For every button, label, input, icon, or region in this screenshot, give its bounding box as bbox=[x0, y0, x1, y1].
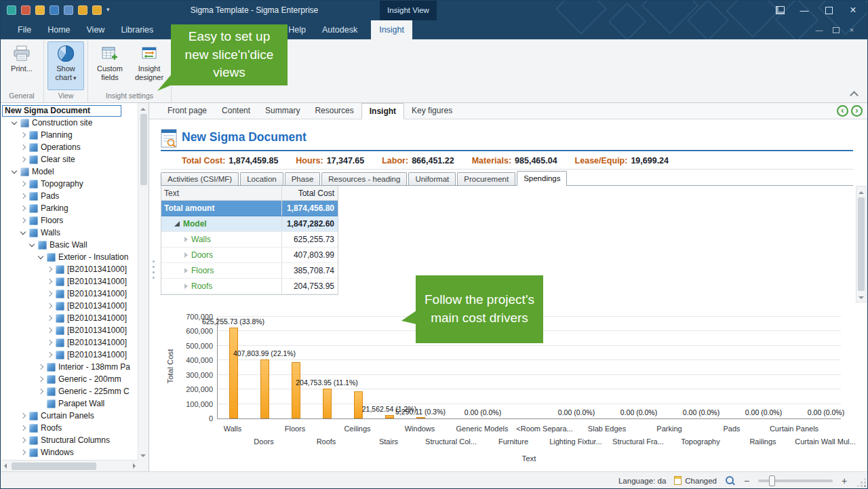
table-row-roofs[interactable]: Roofs204,753.95 bbox=[161, 279, 338, 294]
language-indicator[interactable]: Language: da bbox=[618, 477, 666, 485]
redo-icon[interactable] bbox=[92, 5, 102, 15]
scroll-down-arrow-icon[interactable] bbox=[856, 292, 867, 302]
expand-chevron-icon[interactable] bbox=[38, 364, 43, 370]
document-minimize-button[interactable]: — bbox=[811, 20, 827, 39]
expand-arrow-icon[interactable] bbox=[184, 252, 188, 258]
scroll-up-arrow-icon[interactable] bbox=[138, 103, 149, 113]
tree-item-generic-225mm-c[interactable]: Generic - 225mm C bbox=[0, 385, 138, 397]
save-icon[interactable] bbox=[50, 5, 59, 15]
vertical-scrollbar-thumb[interactable] bbox=[858, 197, 865, 291]
print-button[interactable]: Print... bbox=[3, 41, 40, 90]
open-folder-icon[interactable] bbox=[35, 5, 45, 15]
expand-chevron-icon[interactable] bbox=[20, 425, 26, 431]
tree-item-pads[interactable]: Pads bbox=[0, 190, 138, 202]
table-row-doors[interactable]: Doors407,803.99 bbox=[161, 248, 338, 263]
column-header-text[interactable]: Text bbox=[161, 186, 282, 200]
contextual-tab-header[interactable]: Insight View bbox=[380, 0, 437, 20]
tree-vertical-scrollbar[interactable] bbox=[138, 103, 149, 460]
tree-item-parapet-wall[interactable]: Parapet Wall bbox=[0, 397, 138, 410]
expand-chevron-icon[interactable] bbox=[20, 144, 26, 150]
close-button[interactable]: × bbox=[841, 0, 865, 20]
tree-item-floors[interactable]: Floors bbox=[0, 214, 138, 227]
resize-grip[interactable] bbox=[857, 478, 866, 487]
tree-item-b20101341000[interactable]: [B20101341000] bbox=[0, 275, 138, 288]
tree-item-construction-site[interactable]: Construction site bbox=[0, 117, 138, 129]
expand-chevron-icon[interactable] bbox=[47, 267, 52, 272]
tree-item-generic-200mm[interactable]: Generic - 200mm bbox=[0, 373, 138, 385]
tree-item-operations[interactable]: Operations bbox=[0, 141, 138, 153]
expand-chevron-icon[interactable] bbox=[47, 352, 52, 357]
scroll-up-arrow-icon[interactable] bbox=[856, 187, 867, 197]
tree-item-topography[interactable]: Topography bbox=[0, 178, 138, 190]
expand-chevron-icon[interactable] bbox=[20, 193, 26, 199]
tree-item-b20101341000[interactable]: [B20101341000] bbox=[0, 336, 138, 349]
table-row-floors[interactable]: Floors385,708.74 bbox=[161, 263, 338, 279]
collapse-chevron-icon[interactable] bbox=[38, 253, 43, 258]
titlebar[interactable]: Sigma Template - Sigma Enterprise Insigh… bbox=[0, 0, 868, 20]
table-row-model[interactable]: Model1,847,282.60 bbox=[161, 216, 338, 232]
tree-item-walls[interactable]: Walls bbox=[0, 227, 138, 239]
fullscreen-button[interactable] bbox=[768, 0, 792, 20]
document-tab-content[interactable]: Content bbox=[214, 103, 258, 119]
expand-chevron-icon[interactable] bbox=[20, 437, 26, 443]
custom-fields-button[interactable]: Custom fields bbox=[92, 41, 128, 90]
tree-item-b20101341000[interactable]: [B20101341000] bbox=[0, 288, 138, 300]
maximize-button[interactable] bbox=[816, 0, 841, 20]
insight-view-tab-uniformat[interactable]: Uniformat bbox=[408, 172, 456, 185]
tree-item-windows[interactable]: Windows bbox=[0, 446, 138, 458]
collapse-chevron-icon[interactable] bbox=[20, 229, 26, 234]
back-button[interactable] bbox=[837, 105, 848, 117]
insight-view-tab-activities-csi-mf[interactable]: Activities (CSI/MF) bbox=[161, 172, 239, 185]
collapse-ribbon-button[interactable] bbox=[849, 90, 859, 99]
tree-item-new-sigma-document[interactable]: New Sigma Document bbox=[0, 104, 138, 117]
document-close-button[interactable]: × bbox=[844, 20, 860, 39]
column-header-total-cost[interactable]: Total Cost bbox=[282, 189, 338, 198]
ribbon-tab-libraries[interactable]: Libraries bbox=[113, 20, 161, 39]
document-tab-key-figures[interactable]: Key figures bbox=[404, 103, 460, 119]
ribbon-tab-autodesk[interactable]: Autodesk bbox=[314, 20, 366, 39]
tree-item-exterior-insulation[interactable]: Exterior - Insulation bbox=[0, 251, 138, 263]
tree-item-b20101341000[interactable]: [B20101341000] bbox=[0, 312, 138, 324]
expand-chevron-icon[interactable] bbox=[20, 132, 26, 138]
undo-icon[interactable] bbox=[78, 5, 87, 15]
tree-item-model[interactable]: Model bbox=[0, 165, 138, 178]
collapse-chevron-icon[interactable] bbox=[29, 241, 35, 246]
document-tab-resources[interactable]: Resources bbox=[307, 103, 361, 119]
expand-chevron-icon[interactable] bbox=[47, 303, 52, 309]
expand-chevron-icon[interactable] bbox=[20, 206, 26, 211]
document-tab-insight[interactable]: Insight bbox=[361, 103, 404, 119]
export-icon[interactable] bbox=[64, 5, 73, 15]
zoom-in-button[interactable]: + bbox=[841, 475, 848, 486]
insight-view-tab-spendings[interactable]: Spendings bbox=[517, 171, 567, 186]
table-row-walls[interactable]: Walls625,255.73 bbox=[161, 232, 338, 248]
vertical-scrollbar-thumb[interactable] bbox=[140, 114, 147, 185]
minimize-button[interactable]: — bbox=[792, 0, 816, 20]
ribbon-tab-view[interactable]: View bbox=[79, 20, 113, 39]
zoom-slider[interactable] bbox=[758, 480, 833, 482]
expand-chevron-icon[interactable] bbox=[20, 413, 26, 418]
expand-chevron-icon[interactable] bbox=[20, 450, 26, 455]
table-row-total-amount[interactable]: Total amount1,874,456.80 bbox=[161, 201, 338, 216]
tree-item-b20101341000[interactable]: [B20101341000] bbox=[0, 263, 138, 275]
table-scrollbar[interactable] bbox=[856, 186, 867, 302]
tree-item-clear-site[interactable]: Clear site bbox=[0, 153, 138, 165]
tree-item-b20101341000[interactable]: [B20101341000] bbox=[0, 349, 138, 361]
collapse-arrow-icon[interactable] bbox=[174, 221, 180, 227]
expand-chevron-icon[interactable] bbox=[47, 279, 52, 284]
tree-item-interior-138mm-pa[interactable]: Interior - 138mm Pa bbox=[0, 361, 138, 373]
expand-chevron-icon[interactable] bbox=[38, 389, 43, 394]
app-grid-icon[interactable] bbox=[7, 5, 16, 15]
expand-arrow-icon[interactable] bbox=[184, 237, 188, 242]
zoom-slider-thumb[interactable] bbox=[769, 475, 775, 486]
tree-item-basic-wall[interactable]: Basic Wall bbox=[0, 239, 138, 251]
expand-chevron-icon[interactable] bbox=[47, 328, 52, 333]
insight-view-tab-resources-heading[interactable]: Resources - heading bbox=[321, 172, 407, 185]
tree-item-b20101341000[interactable]: [B20101341000] bbox=[0, 324, 138, 336]
show-chart-button[interactable]: Show chart bbox=[47, 41, 84, 90]
expand-chevron-icon[interactable] bbox=[38, 376, 43, 382]
scroll-down-arrow-icon[interactable] bbox=[138, 450, 149, 460]
insight-view-tab-procurement[interactable]: Procurement bbox=[457, 172, 515, 185]
expand-arrow-icon[interactable] bbox=[184, 268, 188, 273]
expand-chevron-icon[interactable] bbox=[20, 218, 26, 223]
insight-view-tab-location[interactable]: Location bbox=[240, 172, 283, 185]
